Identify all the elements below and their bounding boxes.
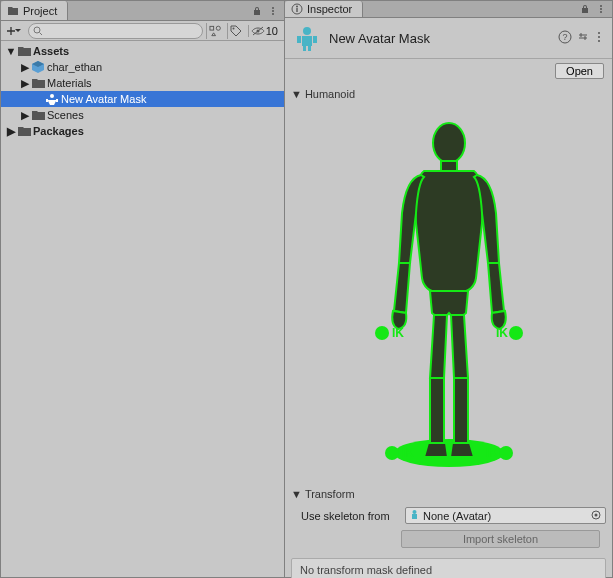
svg-point-32: [413, 510, 417, 514]
search-input[interactable]: [28, 23, 203, 39]
tree-label: Packages: [33, 125, 84, 137]
svg-point-15: [303, 27, 311, 35]
project-tree[interactable]: ▼ Assets ▶ char_ethan ▶ Materials New Av…: [1, 41, 284, 577]
tree-item-materials[interactable]: ▶ Materials: [1, 75, 284, 91]
tree-label: Materials: [47, 77, 92, 89]
humanoid-section-header[interactable]: ▼ Humanoid: [285, 85, 612, 103]
folder-icon: [17, 44, 31, 58]
info-icon: [291, 3, 303, 15]
svg-rect-33: [412, 514, 417, 519]
svg-text:?: ?: [562, 32, 567, 42]
tree-label: New Avatar Mask: [61, 93, 146, 105]
project-tab-label: Project: [23, 5, 57, 17]
svg-point-3: [34, 27, 40, 33]
kebab-icon[interactable]: [594, 30, 604, 46]
svg-point-14: [600, 11, 602, 13]
filter-by-type-icon[interactable]: [206, 23, 224, 39]
svg-rect-4: [210, 26, 214, 30]
svg-point-0: [272, 7, 274, 9]
foldout-open-icon: ▼: [291, 88, 302, 100]
svg-point-13: [600, 8, 602, 10]
asset-title: New Avatar Mask: [329, 31, 550, 46]
svg-point-27: [433, 123, 465, 163]
svg-point-6: [233, 27, 235, 29]
open-button[interactable]: Open: [555, 63, 604, 79]
import-skeleton-button: Import skeleton: [401, 530, 600, 548]
lock-icon[interactable]: [250, 4, 264, 18]
help-icon[interactable]: ?: [558, 30, 572, 46]
prefab-icon: [31, 60, 45, 74]
folder-icon: [7, 5, 19, 17]
avatar-object-field[interactable]: None (Avatar): [405, 507, 606, 524]
humanoid-label: Humanoid: [305, 88, 355, 100]
tree-item-char-ethan[interactable]: ▶ char_ethan: [1, 59, 284, 75]
avatar-mask-icon: [293, 24, 321, 52]
tree-item-assets[interactable]: ▼ Assets: [1, 43, 284, 59]
foldout-closed-icon[interactable]: ▶: [19, 77, 31, 90]
svg-point-1: [272, 10, 274, 12]
no-mask-message: No transform mask defined: [291, 558, 606, 578]
hidden-count-label: 10: [266, 25, 278, 37]
svg-point-28: [375, 326, 389, 340]
inspector-tab-bar: Inspector: [285, 1, 612, 18]
folder-icon: [31, 108, 45, 122]
svg-point-2: [272, 13, 274, 15]
hidden-items-toggle[interactable]: 10: [248, 25, 280, 37]
folder-icon: [17, 124, 31, 138]
kebab-icon[interactable]: [594, 2, 608, 16]
foldout-open-icon[interactable]: ▼: [5, 45, 17, 57]
tree-label: Scenes: [47, 109, 84, 121]
avatar-field-value: None (Avatar): [423, 510, 491, 522]
inspector-tab-label: Inspector: [307, 3, 352, 15]
ik-label: IK: [402, 446, 414, 460]
filter-by-label-icon[interactable]: [227, 23, 245, 39]
folder-icon: [31, 76, 45, 90]
inspector-asset-header: New Avatar Mask ?: [285, 18, 612, 59]
svg-point-24: [598, 36, 600, 38]
svg-rect-20: [308, 46, 311, 51]
tree-label: Assets: [33, 45, 69, 57]
humanoid-diagram[interactable]: IK IK IK IK: [285, 103, 612, 485]
project-tab[interactable]: Project: [1, 1, 68, 20]
svg-rect-19: [303, 46, 306, 51]
transform-section-header[interactable]: ▼ Transform: [285, 485, 612, 503]
inspector-tab[interactable]: Inspector: [285, 1, 363, 17]
avatar-mask-icon: [45, 92, 59, 106]
svg-rect-11: [296, 8, 297, 12]
ik-label: IK: [486, 446, 498, 460]
svg-point-10: [296, 6, 298, 8]
svg-point-31: [499, 446, 513, 460]
svg-rect-17: [297, 36, 301, 43]
avatar-mini-icon: [409, 509, 420, 522]
preset-icon[interactable]: [576, 30, 590, 46]
ik-label: IK: [392, 326, 404, 340]
foldout-closed-icon[interactable]: ▶: [5, 125, 17, 138]
svg-point-29: [509, 326, 523, 340]
eye-off-icon: [251, 26, 265, 36]
svg-point-12: [600, 5, 602, 7]
foldout-closed-icon[interactable]: ▶: [19, 109, 31, 122]
svg-rect-18: [313, 36, 317, 43]
project-toolbar: 10: [1, 21, 284, 41]
tree-label: char_ethan: [47, 61, 102, 73]
project-tab-bar: Project: [1, 1, 284, 21]
use-skeleton-label: Use skeleton from: [301, 510, 399, 522]
tree-item-scenes[interactable]: ▶ Scenes: [1, 107, 284, 123]
svg-point-5: [216, 26, 220, 30]
svg-point-35: [595, 513, 598, 516]
kebab-icon[interactable]: [266, 4, 280, 18]
tree-item-packages[interactable]: ▶ Packages: [1, 123, 284, 139]
ik-label: IK: [496, 326, 508, 340]
tree-item-avatar-mask[interactable]: New Avatar Mask: [1, 91, 284, 107]
svg-point-8: [50, 94, 54, 98]
search-icon: [33, 26, 43, 36]
svg-point-23: [598, 32, 600, 34]
svg-rect-16: [302, 36, 312, 46]
foldout-closed-icon[interactable]: ▶: [19, 61, 31, 74]
foldout-open-icon: ▼: [291, 488, 302, 500]
lock-icon[interactable]: [578, 2, 592, 16]
add-button[interactable]: [5, 23, 25, 39]
svg-point-25: [598, 40, 600, 42]
object-picker-icon[interactable]: [590, 509, 602, 523]
transform-label: Transform: [305, 488, 355, 500]
